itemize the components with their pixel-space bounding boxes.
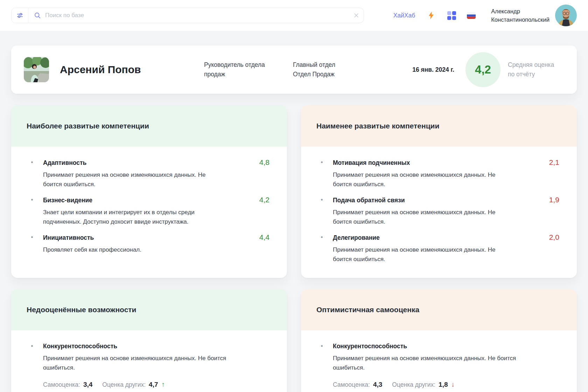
current-user-name[interactable]: Александр Константинопольский bbox=[491, 7, 550, 24]
competency-name: Подача обратной связи bbox=[333, 196, 405, 204]
competency-description: Принимает решения на основе изменяюшихся… bbox=[43, 170, 270, 189]
card-title: Наиболее развитые компетенции bbox=[27, 122, 149, 130]
topbar-right-cluster: ХайХаб Александр Константинопольски bbox=[393, 0, 577, 31]
competency-score: 2,0 bbox=[549, 233, 559, 241]
search-icon bbox=[34, 12, 41, 19]
bullet-icon bbox=[321, 196, 333, 201]
card-underrated-body: Конкурентоспособность Принимает решения … bbox=[11, 330, 287, 392]
card-worst-competencies: Наименее развитые компетенции Мотивация … bbox=[301, 105, 577, 278]
others-score-label: Оценка других: bbox=[102, 380, 146, 389]
competency-item: Бизнес-видение 4,2 Знает цели компании и… bbox=[31, 196, 270, 226]
search-bar bbox=[11, 8, 364, 23]
card-optimistic: Оптимистичная самооценка Конкурентоспосо… bbox=[301, 289, 577, 392]
card-best-body: Адаптивность 4,8 Принимает решения на ос… bbox=[11, 147, 287, 268]
close-icon bbox=[354, 13, 359, 18]
others-score-value: 1,8 bbox=[439, 380, 448, 389]
current-user-avatar[interactable] bbox=[555, 5, 577, 26]
card-optimistic-body: Конкурентоспособность Принимает решения … bbox=[301, 330, 577, 392]
card-best-header: Наиболее развитые компетенции bbox=[11, 105, 287, 147]
competency-description: Принимает решения на основе изменяюшихся… bbox=[333, 245, 559, 264]
bullet-icon bbox=[31, 159, 43, 163]
others-score-value: 4,7 bbox=[149, 380, 158, 389]
competency-description: Знает цели компании и интегрирует их в о… bbox=[43, 208, 270, 226]
filter-button[interactable] bbox=[12, 8, 28, 23]
competency-item: Конкурентоспособность Принимает решения … bbox=[321, 342, 559, 389]
card-title: Наименее развитые компетенции bbox=[316, 122, 439, 130]
apps-grid-icon[interactable] bbox=[447, 11, 456, 20]
competency-name: Делегирование bbox=[333, 234, 380, 241]
bullet-icon bbox=[321, 342, 333, 347]
topbar: ХайХаб Александр Константинопольски bbox=[0, 0, 588, 31]
bullet-icon bbox=[31, 342, 43, 347]
self-score-value: 3,4 bbox=[83, 380, 92, 389]
competency-score: 4,8 bbox=[259, 159, 270, 166]
competency-item: Мотивация подчиненных 2,1 Принимает реше… bbox=[321, 159, 559, 189]
competency-item: Конкурентоспособность Принимает решения … bbox=[31, 342, 270, 389]
report-page: Арсений Попов Руководитель отдела продаж… bbox=[11, 46, 577, 392]
competency-item: Адаптивность 4,8 Принимает решения на ос… bbox=[31, 159, 270, 189]
competency-score: 4,4 bbox=[259, 233, 270, 241]
competency-name: Бизнес-видение bbox=[43, 196, 92, 204]
competency-score: 2,1 bbox=[549, 159, 559, 166]
assessment-row: Самооценка: 4,3 Оценка других: 1,8 ↓ bbox=[333, 380, 559, 389]
others-score-label: Оценка других: bbox=[392, 380, 435, 389]
self-score-value: 4,3 bbox=[373, 380, 382, 389]
card-title: Недооценённые возможности bbox=[27, 306, 136, 314]
lightning-icon[interactable] bbox=[428, 11, 435, 20]
assessment-row: Самооценка: 3,4 Оценка других: 4,7 ↑ bbox=[43, 380, 270, 389]
competency-item: Инициативность 4,4 Проявляет себя как пр… bbox=[31, 233, 270, 254]
competency-description: Принимает решения на основе изменяюшихся… bbox=[333, 354, 559, 372]
employee-department: Главный отдел Отдел Продаж bbox=[293, 60, 335, 79]
card-worst-header: Наименее развитые компетенции bbox=[301, 105, 577, 147]
sliders-icon bbox=[16, 12, 23, 19]
report-date: 16 янв. 2024 г. bbox=[412, 66, 454, 74]
bullet-icon bbox=[321, 159, 333, 163]
bullet-icon bbox=[31, 196, 43, 201]
average-score-badge: 4,2 bbox=[465, 52, 500, 87]
language-flag-icon[interactable] bbox=[467, 12, 476, 19]
competency-name: Адаптивность bbox=[43, 159, 86, 167]
card-best-competencies: Наиболее развитые компетенции Адаптивнос… bbox=[11, 105, 287, 278]
employee-name: Арсений Попов bbox=[60, 64, 141, 76]
competency-cards-grid: Наиболее развитые компетенции Адаптивнос… bbox=[11, 105, 577, 392]
competency-score: 1,9 bbox=[549, 196, 559, 204]
employee-photo bbox=[24, 57, 49, 82]
competency-name: Мотивация подчиненных bbox=[333, 159, 410, 167]
competency-name: Конкурентоспособность bbox=[333, 342, 407, 350]
competency-description: Проявляет себя как профессионал. bbox=[43, 245, 270, 254]
search-input[interactable] bbox=[45, 12, 349, 19]
competency-description: Принимает решения на основе изменяюшихся… bbox=[333, 170, 559, 189]
employee-summary-card: Арсений Попов Руководитель отдела продаж… bbox=[11, 46, 577, 94]
card-worst-body: Мотивация подчиненных 2,1 Принимает реше… bbox=[301, 147, 577, 278]
card-underrated: Недооценённые возможности Конкурентоспос… bbox=[11, 289, 287, 392]
competency-description: Принимает решения на основе изменяюшихся… bbox=[43, 354, 270, 372]
bullet-icon bbox=[321, 233, 333, 238]
trend-up-icon: ↑ bbox=[162, 380, 165, 389]
competency-name: Конкурентоспособность bbox=[43, 342, 117, 350]
trend-down-icon: ↓ bbox=[451, 380, 455, 389]
card-underrated-header: Недооценённые возможности bbox=[11, 289, 287, 330]
self-score-label: Самооценка: bbox=[333, 380, 370, 389]
competency-item: Подача обратной связи 1,9 Принимает реше… bbox=[321, 196, 559, 226]
clear-search-button[interactable] bbox=[349, 9, 364, 21]
bullet-icon bbox=[31, 233, 43, 238]
competency-description: Принимает решения на основе изменяюшихся… bbox=[333, 208, 559, 226]
competency-item: Делегирование 2,0 Принимает решения на о… bbox=[321, 233, 559, 264]
brand-link[interactable]: ХайХаб bbox=[393, 12, 415, 19]
employee-position: Руководитель отдела продаж bbox=[204, 60, 265, 79]
card-title: Оптимистичная самооценка bbox=[316, 306, 419, 314]
competency-score: 4,2 bbox=[259, 196, 270, 204]
average-score-label: Средняя оценка по отчёту bbox=[508, 60, 554, 79]
card-optimistic-header: Оптимистичная самооценка bbox=[301, 289, 577, 330]
self-score-label: Самооценка: bbox=[43, 380, 80, 389]
competency-name: Инициативность bbox=[43, 234, 94, 241]
